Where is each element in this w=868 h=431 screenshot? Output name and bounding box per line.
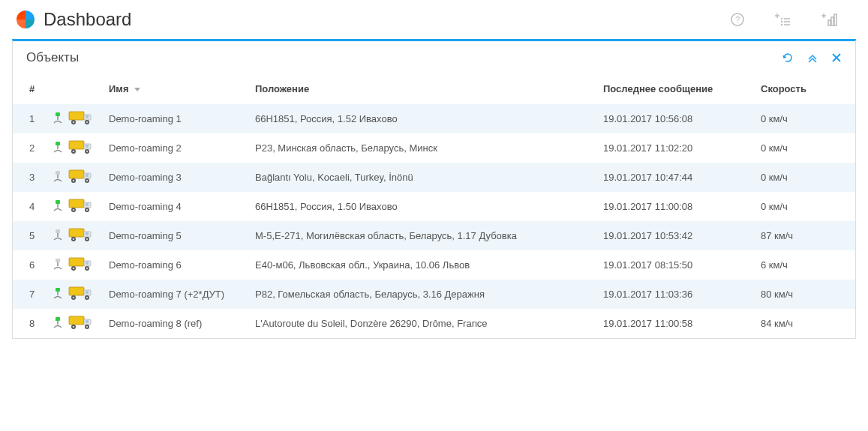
truck-icon (68, 168, 94, 187)
cell-status (47, 104, 68, 134)
cell-vehicle (68, 133, 98, 163)
sort-desc-icon (134, 88, 140, 91)
cell-name: Demo-roaming 8 (ref) (98, 309, 245, 338)
close-icon[interactable] (831, 52, 842, 64)
svg-point-23 (73, 121, 75, 124)
status-icon (53, 141, 63, 155)
cell-name: Demo-roaming 3 (98, 163, 245, 192)
table-row[interactable]: 2 Demo-roaming 2 P23, Минская область, Б… (13, 133, 855, 163)
panel-title: Объекты (26, 50, 79, 65)
cell-status (47, 309, 68, 338)
cell-name: Demo-roaming 7 (+2*ДУТ) (98, 280, 245, 309)
col-header-vehicle (68, 74, 98, 104)
status-icon (53, 287, 63, 301)
cell-speed: 0 км/ч (750, 192, 855, 221)
cell-last-message: 19.01.2017 10:53:42 (593, 221, 750, 250)
cell-position: Р82, Гомельская область, Беларусь, 3.16 … (245, 280, 593, 309)
svg-point-79 (86, 297, 89, 299)
svg-rect-64 (69, 258, 84, 266)
panel-actions (782, 52, 842, 64)
svg-rect-30 (86, 145, 89, 148)
cell-status (47, 192, 68, 221)
svg-rect-71 (56, 288, 60, 292)
col-header-position[interactable]: Положение (245, 74, 593, 104)
cell-num: 3 (13, 163, 47, 192)
cell-position: 66Н1851, Россия, 1.52 Ивахово (245, 104, 593, 134)
svg-point-8 (781, 24, 782, 25)
cell-last-message: 19.01.2017 10:56:08 (593, 104, 750, 134)
table-row[interactable]: 8 Demo-roaming 8 (ref) L'Autoroute du So… (13, 309, 855, 338)
svg-rect-82 (69, 316, 84, 325)
cell-last-message: 19.01.2017 11:00:58 (593, 309, 750, 338)
svg-point-68 (73, 268, 75, 270)
svg-rect-13 (831, 17, 833, 25)
header-left: Dashboard (15, 9, 131, 30)
col-header-name-label: Имя (109, 83, 129, 94)
svg-rect-80 (56, 317, 60, 321)
table-row[interactable]: 3 Demo-roaming 3 Bağlantı Yolu, Kocaeli,… (13, 163, 855, 192)
cell-name: Demo-roaming 1 (98, 104, 245, 134)
objects-table: # Имя Положение Последнее сообщение Скор… (13, 74, 855, 338)
col-header-last[interactable]: Последнее сообщение (593, 74, 750, 104)
svg-rect-62 (56, 259, 60, 262)
svg-rect-46 (69, 199, 84, 208)
app-header: Dashboard ? (0, 0, 868, 39)
svg-point-25 (86, 121, 89, 124)
cell-position: P23, Минская область, Беларусь, Минск (245, 133, 593, 163)
cell-status (47, 221, 68, 250)
svg-point-43 (86, 180, 89, 182)
table-row[interactable]: 7 Demo-roaming 7 (+2*ДУТ) Р82, Гомельска… (13, 280, 855, 309)
table-row[interactable]: 4 Demo-roaming 4 66Н1851, Россия, 1.50 И… (13, 192, 855, 221)
cell-speed: 87 км/ч (750, 221, 855, 250)
cell-num: 7 (13, 280, 47, 309)
cell-name: Demo-roaming 5 (98, 221, 245, 250)
cell-vehicle (68, 309, 98, 338)
help-icon[interactable]: ? (730, 12, 745, 27)
svg-rect-66 (86, 262, 89, 265)
add-list-icon[interactable] (775, 12, 791, 27)
svg-rect-28 (69, 141, 84, 149)
cell-position: Е40-м06, Львовская обл., Украина, 10.06 … (245, 250, 593, 280)
cell-position: Bağlantı Yolu, Kocaeli, Turkey, İnönü (245, 163, 593, 192)
cell-speed: 0 км/ч (750, 104, 855, 134)
cell-status (47, 133, 68, 163)
col-header-name[interactable]: Имя (98, 74, 245, 104)
status-icon (53, 170, 63, 184)
cell-status (47, 163, 68, 192)
svg-rect-39 (86, 174, 89, 177)
svg-text:?: ? (735, 15, 740, 24)
refresh-icon[interactable] (782, 52, 794, 64)
cell-vehicle (68, 104, 98, 134)
cell-status (47, 250, 68, 280)
cell-position: М-5,Е-271, Могилёвская область, Беларусь… (245, 221, 593, 250)
status-icon (53, 199, 63, 214)
cell-last-message: 19.01.2017 10:47:44 (593, 163, 750, 192)
col-header-speed[interactable]: Скорость (750, 74, 855, 104)
table-header-row: # Имя Положение Последнее сообщение Скор… (13, 74, 855, 104)
svg-rect-26 (56, 142, 60, 145)
svg-point-4 (781, 18, 782, 19)
truck-icon (68, 314, 94, 333)
cell-vehicle (68, 221, 98, 250)
col-header-num[interactable]: # (13, 74, 47, 104)
header-right: ? (730, 12, 853, 27)
cell-speed: 80 км/ч (750, 280, 855, 309)
svg-rect-48 (86, 203, 89, 206)
svg-point-86 (73, 326, 75, 328)
cell-speed: 0 км/ч (750, 133, 855, 163)
svg-rect-55 (69, 229, 84, 237)
add-chart-icon[interactable] (821, 12, 838, 27)
cell-name: Demo-roaming 2 (98, 133, 245, 163)
cell-speed: 6 км/ч (750, 250, 855, 280)
cell-position: L'Autoroute du Soleil, Donzère 26290, Dr… (245, 309, 593, 338)
cell-last-message: 19.01.2017 11:02:20 (593, 133, 750, 163)
collapse-icon[interactable] (807, 52, 818, 64)
cell-name: Demo-roaming 6 (98, 250, 245, 280)
cell-num: 1 (13, 104, 47, 134)
table-row[interactable]: 6 Demo-roaming 6 Е40-м06, Львовская обл.… (13, 250, 855, 280)
cell-num: 8 (13, 309, 47, 338)
table-row[interactable]: 5 Demo-roaming 5 М-5,Е-271, Могилёвская … (13, 221, 855, 250)
table-row[interactable]: 1 Demo-roaming 1 66Н1851, Россия, 1.52 И… (13, 104, 855, 134)
svg-rect-73 (69, 287, 84, 295)
status-icon (53, 258, 63, 272)
